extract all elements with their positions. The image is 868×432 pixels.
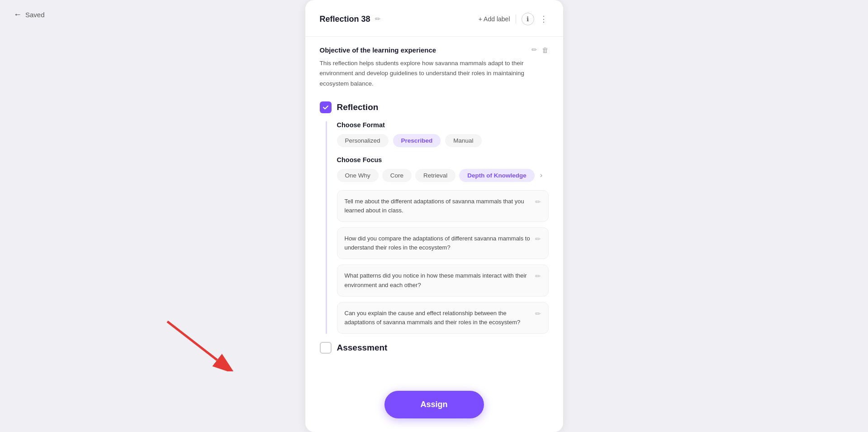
objective-title: Objective of the learning experience [320,46,527,54]
add-label-button[interactable]: + Add label [479,15,510,23]
svg-line-1 [167,322,217,360]
assessment-section-header: Assessment [320,342,549,354]
focus-core-pill[interactable]: Core [382,169,412,182]
reflection-section-title: Reflection [337,102,379,112]
reflection-checkbox[interactable] [320,101,332,113]
objective-edit-icon[interactable]: ✏ [531,46,537,54]
choose-format-label: Choose Format [337,121,549,129]
reflection-section-header: Reflection [320,101,549,113]
card-header-actions: + Add label ℹ ⋮ [479,13,549,25]
objective-header: Objective of the learning experience ✏ 🗑 [320,46,549,54]
question-2-edit-icon[interactable]: ✏ [535,235,541,243]
focus-retrieval-pill[interactable]: Retrieval [415,169,455,182]
objective-delete-icon[interactable]: 🗑 [542,46,549,54]
objective-actions: ✏ 🗑 [531,46,549,54]
info-button[interactable]: ℹ [522,13,534,25]
card-title-group: Reflection 38 ✏ [320,14,381,24]
question-text-3: What patterns did you notice in how thes… [345,271,531,289]
assign-button[interactable]: Assign [384,391,484,418]
question-text-1: Tell me about the different adaptations … [345,197,531,215]
title-edit-icon[interactable]: ✏ [375,15,381,23]
more-button[interactable]: ⋮ [540,14,549,24]
focus-scroll-chevron[interactable]: › [540,171,542,179]
top-bar[interactable]: ← Saved [14,10,45,19]
header-divider [516,14,516,24]
question-text-4: Can you explain the cause and effect rel… [345,309,531,327]
question-card-3: What patterns did you notice in how thes… [337,264,549,296]
objective-description: This reflection helps students explore h… [320,58,549,89]
choose-focus-label: Choose Focus [337,156,549,163]
focus-onewhy-pill[interactable]: One Why [337,169,379,182]
question-1-edit-icon[interactable]: ✏ [535,198,541,206]
red-arrow-annotation [154,312,235,373]
assessment-section-title: Assessment [337,343,388,353]
reflection-section-content: Choose Format Personalized Prescribed Ma… [326,121,549,334]
question-3-edit-icon[interactable]: ✏ [535,272,541,280]
format-personalized-pill[interactable]: Personalized [337,134,389,147]
format-prescribed-pill[interactable]: Prescribed [393,134,441,147]
question-card-2: How did you compare the adaptations of d… [337,227,549,259]
assessment-checkbox[interactable] [320,342,332,354]
format-pill-group: Personalized Prescribed Manual [337,134,549,147]
question-card-1: Tell me about the different adaptations … [337,190,549,222]
card-title: Reflection 38 [320,14,370,24]
card-header: Reflection 38 ✏ + Add label ℹ ⋮ [320,13,549,25]
focus-pill-group: One Why Core Retrieval Depth of Knowledg… [337,169,549,182]
saved-label: Saved [25,11,45,19]
question-4-edit-icon[interactable]: ✏ [535,310,541,318]
back-arrow-icon[interactable]: ← [14,10,22,19]
question-card-4: Can you explain the cause and effect rel… [337,302,549,334]
question-text-2: How did you compare the adaptations of d… [345,234,531,252]
header-divider-line [305,36,563,37]
format-manual-pill[interactable]: Manual [445,134,481,147]
main-card: Reflection 38 ✏ + Add label ℹ ⋮ Objectiv… [305,0,563,432]
focus-dok-pill[interactable]: Depth of Knowledge [459,169,535,182]
